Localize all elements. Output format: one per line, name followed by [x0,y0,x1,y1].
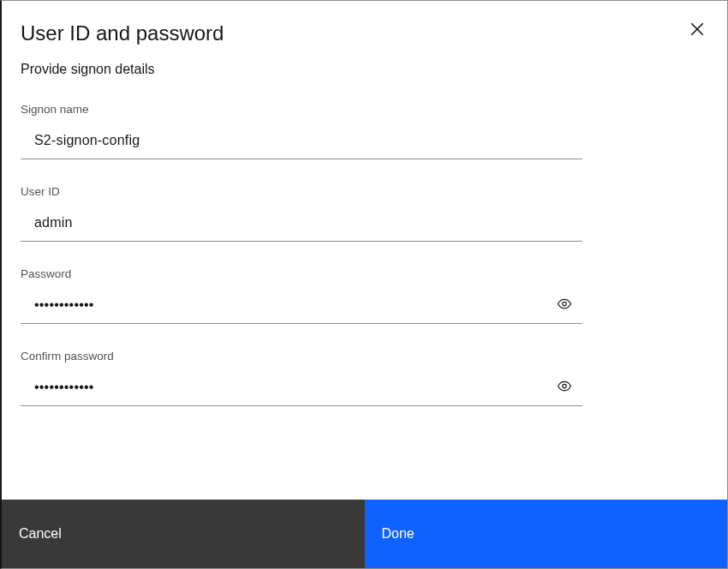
password-label: Password [21,267,708,280]
signon-dialog: User ID and password Provide signon deta… [2,1,727,568]
svg-point-2 [563,302,567,307]
confirm-password-input-wrap [21,374,582,406]
confirm-password-label: Confirm password [21,350,708,362]
eye-icon [557,379,572,397]
password-visibility-toggle[interactable] [553,293,576,318]
user-id-field: User ID [21,185,708,242]
done-button[interactable]: Done [365,500,728,568]
dialog-subtitle: Provide signon details [2,46,727,77]
user-id-input[interactable] [21,210,582,241]
eye-icon [557,296,572,314]
user-id-input-wrap [21,210,582,242]
dialog-title: User ID and password [21,20,224,46]
signon-name-field: Signon name [21,103,708,159]
dialog-footer: Cancel Done [2,500,727,568]
close-button[interactable] [686,18,708,43]
signon-name-label: Signon name [21,103,708,116]
cancel-button[interactable]: Cancel [2,500,365,568]
password-input-wrap [21,292,582,324]
signon-name-input[interactable] [21,128,582,159]
password-field: Password [21,267,708,324]
user-id-label: User ID [21,185,708,198]
confirm-password-field: Confirm password [21,350,708,406]
close-icon [689,21,705,39]
dialog-header: User ID and password [2,1,727,46]
confirm-password-visibility-toggle[interactable] [553,375,576,400]
password-input[interactable] [21,292,582,323]
confirm-password-input[interactable] [21,374,582,405]
form-area: Signon name User ID Password [2,77,727,500]
svg-point-3 [563,385,567,389]
signon-name-input-wrap [21,128,582,159]
